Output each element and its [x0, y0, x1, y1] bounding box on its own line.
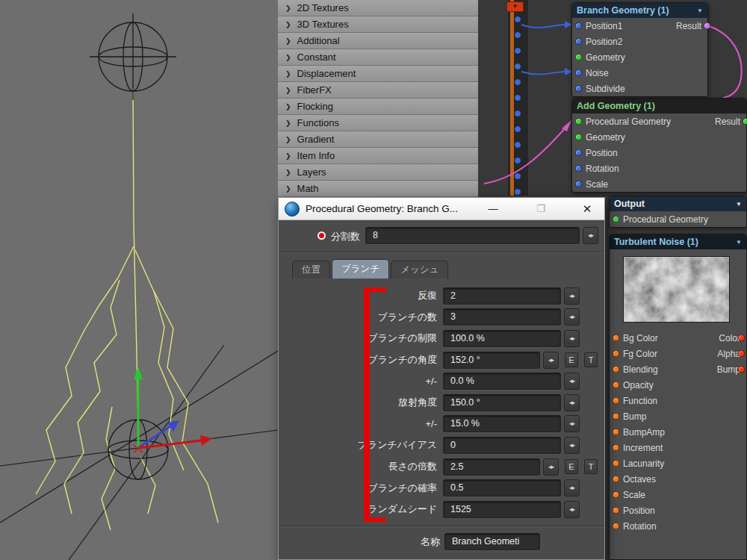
menu-item-item-info[interactable]: ❯Item Info — [278, 148, 478, 164]
wire-blue-noise[interactable] — [521, 72, 565, 75]
menu-item-constant[interactable]: ❯Constant — [278, 49, 478, 66]
input-port[interactable] — [575, 118, 582, 125]
input-port[interactable] — [613, 413, 619, 420]
input-port[interactable] — [575, 54, 582, 60]
branch-angle-input[interactable]: 152.0 ° — [443, 352, 540, 369]
minislider-button[interactable]: ◂▸ — [543, 458, 559, 476]
output-port[interactable] — [738, 366, 745, 373]
node-port-row: Bg Color Color — [610, 330, 746, 346]
input-port[interactable] — [613, 507, 619, 514]
input-port[interactable] — [575, 69, 582, 76]
node-header[interactable]: Output ▼ — [610, 196, 746, 211]
chevron-down-icon[interactable]: ▼ — [736, 201, 742, 208]
menu-item-displacement[interactable]: ❯Displacement — [278, 66, 478, 82]
minislider-button[interactable]: ◂▸ — [564, 308, 580, 326]
minislider-button[interactable]: ◂▸ — [564, 330, 580, 347]
minimize-button[interactable]: — — [479, 198, 507, 220]
minislider-button[interactable]: ◂▸ — [564, 287, 580, 305]
node-header[interactable]: Branch Geometry (1) ▼ — [572, 3, 707, 18]
output-port[interactable] — [704, 22, 710, 29]
tab-position[interactable]: 位置 — [292, 261, 330, 279]
node-header[interactable]: Add Geometry (1) — [572, 99, 746, 113]
viewport-3d[interactable] — [0, 0, 278, 560]
input-port[interactable] — [575, 85, 582, 92]
input-port[interactable] — [613, 429, 619, 435]
port-label: Subdivide — [586, 84, 625, 94]
output-port[interactable] — [738, 335, 745, 341]
input-port[interactable] — [613, 460, 619, 467]
menu-item-additional[interactable]: ❯Additional — [278, 33, 478, 49]
dialog-titlebar[interactable]: Procedural Geometry: Branch G... — [279, 198, 604, 220]
texture-button[interactable]: T — [584, 352, 598, 367]
envelope-button[interactable]: E — [565, 352, 578, 367]
menu-item-math[interactable]: ❯Math — [278, 181, 478, 197]
wire-magenta-result[interactable] — [704, 25, 742, 98]
input-port[interactable] — [613, 476, 619, 482]
tab-mesh[interactable]: メッシュ — [391, 261, 448, 279]
input-port[interactable] — [613, 216, 619, 223]
menu-item-2d-textures[interactable]: ❯2D Textures — [278, 0, 478, 16]
input-port[interactable] — [613, 444, 619, 451]
branch-limit-input[interactable]: 100.0 % — [443, 330, 561, 347]
chevron-down-icon[interactable]: ▼ — [736, 239, 742, 246]
node-turbulent-noise[interactable]: Turbulent Noise (1) ▼ Bg Co — [609, 234, 747, 560]
output-port[interactable] — [738, 350, 745, 357]
input-port[interactable] — [575, 134, 582, 140]
move-manipulator[interactable] — [134, 367, 212, 452]
input-port[interactable] — [613, 366, 619, 373]
minislider-button[interactable]: ◂▸ — [564, 501, 580, 518]
input-port[interactable] — [613, 350, 619, 357]
node-header[interactable]: Turbulent Noise (1) ▼ — [610, 234, 746, 249]
menu-item-layers[interactable]: ❯Layers — [278, 164, 478, 181]
texture-button[interactable]: T — [584, 459, 598, 474]
port-label: Result — [676, 21, 701, 31]
input-port[interactable] — [575, 149, 582, 156]
minislider-button[interactable]: ◂▸ — [543, 352, 559, 369]
tab-branch[interactable]: ブランチ — [332, 259, 389, 279]
dropdown-arrow-button[interactable]: ▼ — [506, 1, 524, 12]
input-port[interactable] — [613, 397, 619, 404]
input-port[interactable] — [575, 38, 582, 45]
input-port[interactable] — [613, 382, 619, 388]
length-multiplier-input[interactable]: 2.5 — [443, 458, 540, 476]
angle-variance-input[interactable]: 0.0 % — [443, 373, 561, 390]
input-port[interactable] — [575, 165, 582, 172]
menu-item-gradient[interactable]: ❯Gradient — [278, 131, 478, 148]
minislider-button[interactable]: ◂▸ — [564, 373, 580, 390]
branch-count-input[interactable]: 3 — [443, 308, 561, 326]
input-port[interactable] — [613, 335, 619, 341]
menu-item-flocking[interactable]: ❯Flocking — [278, 99, 478, 115]
minislider-button[interactable]: ◂▸ — [564, 437, 580, 454]
wire-magenta-procedural[interactable] — [484, 127, 566, 184]
input-port[interactable] — [613, 491, 619, 498]
minislider-button[interactable]: ◂▸ — [564, 394, 580, 411]
input-port[interactable] — [575, 22, 582, 29]
subdivision-input[interactable]: 8 — [365, 227, 580, 244]
maximize-button[interactable]: ❐ — [527, 198, 555, 220]
minislider-button[interactable]: ◂▸ — [583, 227, 598, 244]
minislider-button[interactable]: ◂▸ — [564, 415, 580, 432]
node-add-geometry[interactable]: Add Geometry (1) Procedural Geometry Res… — [571, 98, 747, 193]
input-port[interactable] — [613, 523, 619, 529]
chevron-down-icon[interactable]: ▼ — [697, 7, 703, 14]
random-seed-input[interactable]: 1525 — [443, 501, 561, 518]
radial-angle-input[interactable]: 150.0 ° — [443, 394, 561, 411]
wire-blue-position1[interactable] — [521, 25, 565, 28]
input-port[interactable] — [575, 181, 582, 187]
port-label: Lacunarity — [623, 458, 664, 469]
radial-variance-input[interactable]: 15.0 % — [443, 415, 561, 432]
field-label: ブランチバイアス — [279, 438, 437, 452]
branch-bias-input[interactable]: 0 — [443, 437, 561, 454]
node-branch-geometry[interactable]: Branch Geometry (1) ▼ Position1 Result P… — [571, 2, 708, 97]
envelope-button[interactable]: E — [565, 459, 578, 474]
menu-item-functions[interactable]: ❯Functions — [278, 115, 478, 131]
node-name-input[interactable]: Branch Geometi — [444, 533, 540, 550]
iterations-input[interactable]: 2 — [443, 287, 561, 305]
close-button[interactable]: ✕ — [573, 198, 601, 220]
minislider-button[interactable]: ◂▸ — [564, 479, 580, 497]
branch-probability-input[interactable]: 0.5 — [443, 479, 561, 497]
menu-item-fiberfx[interactable]: ❯FiberFX — [278, 82, 478, 99]
node-output[interactable]: Output ▼ Procedural Geometry — [609, 196, 747, 228]
output-port[interactable] — [743, 118, 747, 125]
menu-item-3d-textures[interactable]: ❯3D Textures — [278, 16, 478, 33]
